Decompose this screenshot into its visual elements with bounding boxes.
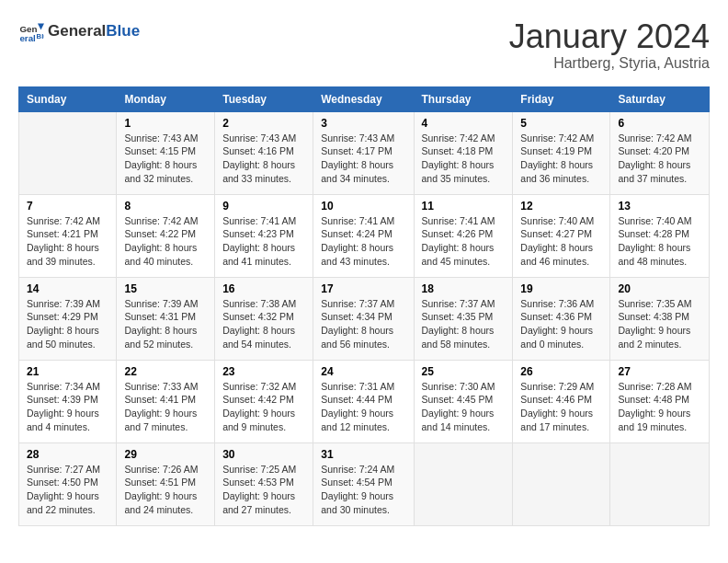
daylight-text: Daylight: 8 hours and 54 minutes. (222, 324, 305, 350)
header-day-tuesday: Tuesday (215, 86, 313, 111)
sunset-text: Sunset: 4:18 PM (422, 144, 506, 158)
day-info: Sunrise: 7:42 AMSunset: 4:20 PMDaylight:… (618, 132, 701, 186)
sunset-text: Sunset: 4:16 PM (222, 144, 305, 158)
calendar-cell: 14Sunrise: 7:39 AMSunset: 4:29 PMDayligh… (19, 277, 117, 360)
day-info: Sunrise: 7:37 AMSunset: 4:35 PMDaylight:… (422, 297, 506, 351)
day-number: 16 (222, 282, 305, 295)
day-number: 9 (222, 200, 305, 213)
sunrise-text: Sunrise: 7:39 AM (124, 297, 207, 311)
day-info: Sunrise: 7:37 AMSunset: 4:34 PMDaylight:… (321, 297, 405, 351)
week-row-4: 21Sunrise: 7:34 AMSunset: 4:39 PMDayligh… (19, 360, 710, 442)
sunset-text: Sunset: 4:29 PM (27, 310, 108, 324)
header-day-friday: Friday (513, 86, 610, 111)
sunset-text: Sunset: 4:35 PM (422, 310, 506, 324)
calendar-cell: 21Sunrise: 7:34 AMSunset: 4:39 PMDayligh… (19, 360, 117, 442)
header-day-monday: Monday (117, 86, 215, 111)
daylight-text: Daylight: 8 hours and 41 minutes. (222, 241, 305, 268)
sunset-text: Sunset: 4:34 PM (321, 310, 405, 324)
sunset-text: Sunset: 4:27 PM (520, 227, 602, 241)
sunrise-text: Sunrise: 7:27 AM (27, 463, 108, 477)
sunrise-text: Sunrise: 7:42 AM (27, 214, 108, 228)
daylight-text: Daylight: 8 hours and 45 minutes. (422, 241, 506, 268)
daylight-text: Daylight: 9 hours and 30 minutes. (321, 489, 405, 516)
header-area: Gen eral Blue GeneralBlue January 2024 H… (18, 18, 710, 72)
calendar-cell: 20Sunrise: 7:35 AMSunset: 4:38 PMDayligh… (610, 277, 710, 360)
sunset-text: Sunset: 4:19 PM (520, 144, 602, 158)
sunset-text: Sunset: 4:41 PM (124, 393, 207, 407)
sunrise-text: Sunrise: 7:40 AM (520, 214, 602, 228)
sunrise-text: Sunrise: 7:43 AM (222, 132, 305, 145)
day-number: 21 (27, 365, 108, 378)
calendar-cell: 31Sunrise: 7:24 AMSunset: 4:54 PMDayligh… (313, 442, 414, 525)
day-info: Sunrise: 7:27 AMSunset: 4:50 PMDaylight:… (27, 463, 108, 517)
day-info: Sunrise: 7:26 AMSunset: 4:51 PMDaylight:… (124, 463, 207, 517)
calendar-cell: 10Sunrise: 7:41 AMSunset: 4:24 PMDayligh… (313, 194, 414, 277)
logo-blue: Blue (106, 22, 140, 40)
daylight-text: Daylight: 8 hours and 36 minutes. (520, 158, 602, 185)
day-number: 12 (520, 200, 602, 213)
sunrise-text: Sunrise: 7:43 AM (124, 132, 207, 145)
day-info: Sunrise: 7:32 AMSunset: 4:42 PMDaylight:… (222, 380, 305, 434)
daylight-text: Daylight: 9 hours and 17 minutes. (520, 407, 602, 433)
day-number: 31 (321, 448, 405, 461)
day-number: 29 (124, 448, 207, 461)
calendar-cell: 1Sunrise: 7:43 AMSunset: 4:15 PMDaylight… (117, 111, 215, 194)
sunset-text: Sunset: 4:46 PM (520, 393, 602, 407)
day-number: 28 (27, 448, 108, 461)
logo: Gen eral Blue GeneralBlue (18, 18, 140, 44)
week-row-3: 14Sunrise: 7:39 AMSunset: 4:29 PMDayligh… (19, 277, 710, 360)
sunrise-text: Sunrise: 7:36 AM (520, 297, 602, 311)
sunrise-text: Sunrise: 7:25 AM (222, 463, 305, 477)
sunset-text: Sunset: 4:38 PM (618, 310, 701, 324)
day-info: Sunrise: 7:42 AMSunset: 4:22 PMDaylight:… (124, 214, 207, 269)
sunrise-text: Sunrise: 7:30 AM (422, 380, 506, 394)
calendar-cell (19, 111, 117, 194)
calendar-cell (513, 442, 610, 525)
day-info: Sunrise: 7:43 AMSunset: 4:16 PMDaylight:… (222, 132, 305, 186)
daylight-text: Daylight: 8 hours and 46 minutes. (520, 241, 602, 268)
sunset-text: Sunset: 4:32 PM (222, 310, 305, 324)
calendar-cell: 7Sunrise: 7:42 AMSunset: 4:21 PMDaylight… (19, 194, 117, 277)
day-number: 20 (618, 282, 701, 295)
sunrise-text: Sunrise: 7:42 AM (422, 132, 506, 145)
sunrise-text: Sunrise: 7:37 AM (422, 297, 506, 311)
calendar-cell: 17Sunrise: 7:37 AMSunset: 4:34 PMDayligh… (313, 277, 414, 360)
daylight-text: Daylight: 9 hours and 4 minutes. (27, 407, 108, 433)
sunset-text: Sunset: 4:42 PM (222, 393, 305, 407)
calendar-cell: 5Sunrise: 7:42 AMSunset: 4:19 PMDaylight… (513, 111, 610, 194)
logo-general: General (48, 22, 106, 40)
sunrise-text: Sunrise: 7:34 AM (27, 380, 108, 394)
daylight-text: Daylight: 9 hours and 12 minutes. (321, 407, 405, 433)
daylight-text: Daylight: 8 hours and 39 minutes. (27, 241, 108, 268)
day-number: 14 (27, 282, 108, 295)
calendar-cell: 27Sunrise: 7:28 AMSunset: 4:48 PMDayligh… (610, 360, 710, 442)
day-number: 4 (422, 117, 506, 130)
week-row-5: 28Sunrise: 7:27 AMSunset: 4:50 PMDayligh… (19, 442, 710, 525)
day-info: Sunrise: 7:40 AMSunset: 4:27 PMDaylight:… (520, 214, 602, 269)
daylight-text: Daylight: 8 hours and 33 minutes. (222, 158, 305, 185)
day-info: Sunrise: 7:42 AMSunset: 4:21 PMDaylight:… (27, 214, 108, 269)
sunrise-text: Sunrise: 7:41 AM (222, 214, 305, 228)
sub-title: Hartberg, Styria, Austria (509, 55, 710, 72)
day-info: Sunrise: 7:41 AMSunset: 4:23 PMDaylight:… (222, 214, 305, 269)
day-number: 18 (422, 282, 506, 295)
daylight-text: Daylight: 8 hours and 37 minutes. (618, 158, 701, 185)
calendar-cell: 28Sunrise: 7:27 AMSunset: 4:50 PMDayligh… (19, 442, 117, 525)
sunset-text: Sunset: 4:15 PM (124, 144, 207, 158)
day-info: Sunrise: 7:42 AMSunset: 4:19 PMDaylight:… (520, 132, 602, 186)
calendar-cell: 11Sunrise: 7:41 AMSunset: 4:26 PMDayligh… (414, 194, 513, 277)
day-number: 3 (321, 117, 405, 130)
day-number: 19 (520, 282, 602, 295)
week-row-2: 7Sunrise: 7:42 AMSunset: 4:21 PMDaylight… (19, 194, 710, 277)
sunrise-text: Sunrise: 7:43 AM (321, 132, 405, 145)
calendar-cell: 30Sunrise: 7:25 AMSunset: 4:53 PMDayligh… (215, 442, 313, 525)
daylight-text: Daylight: 9 hours and 7 minutes. (124, 407, 207, 433)
week-row-1: 1Sunrise: 7:43 AMSunset: 4:15 PMDaylight… (19, 111, 710, 194)
sunset-text: Sunset: 4:17 PM (321, 144, 405, 158)
sunset-text: Sunset: 4:50 PM (27, 476, 108, 489)
day-number: 5 (520, 117, 602, 130)
daylight-text: Daylight: 9 hours and 24 minutes. (124, 489, 207, 516)
day-info: Sunrise: 7:38 AMSunset: 4:32 PMDaylight:… (222, 297, 305, 351)
sunrise-text: Sunrise: 7:31 AM (321, 380, 405, 394)
sunrise-text: Sunrise: 7:29 AM (520, 380, 602, 394)
